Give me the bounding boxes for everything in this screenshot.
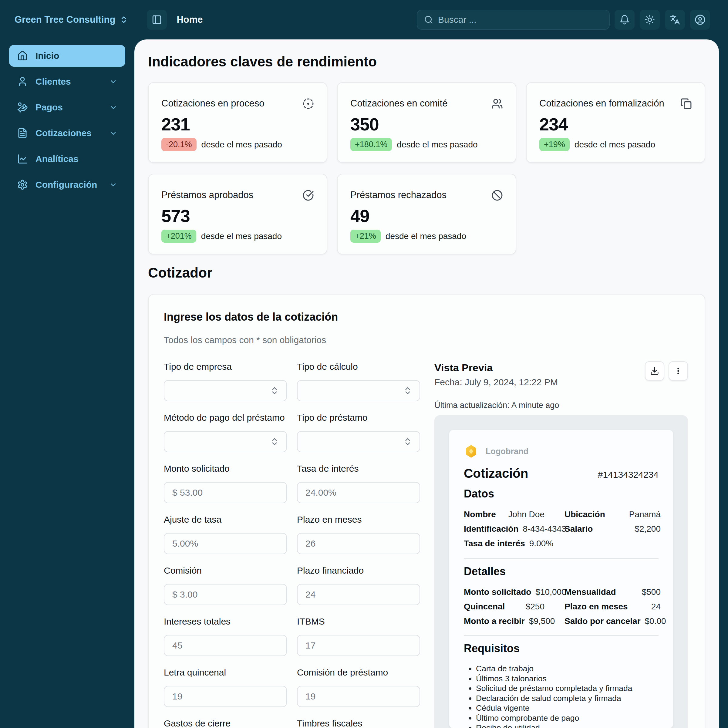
document-preview-frame: Logobrand Cotización #14134324234 Datos … (434, 415, 688, 728)
requisito-item: Declaración de salud completa y firmada (476, 693, 659, 704)
detalles-grid: Monto solicitado $10,000 Mensualidad $50… (464, 585, 659, 629)
comision-de-prestamo-input[interactable] (306, 691, 412, 702)
more-options-button[interactable] (668, 361, 688, 381)
field-letra-quincenal: Letra quincenal (164, 667, 287, 707)
kpi-value: 49 (350, 206, 503, 225)
data-row: Mensualidad $500 (564, 585, 661, 600)
field-gastos-de-cierre: Gastos de cierre (164, 718, 287, 728)
field-metodo-de-pago: Método de pago del préstamo (164, 412, 287, 452)
monto-solicitado-input[interactable] (172, 488, 279, 498)
field-label: Tasa de interés (297, 463, 420, 474)
sidebar-item-clientes[interactable]: Clientes (9, 71, 125, 93)
sidebar-item-pagos[interactable]: Pagos (9, 96, 125, 118)
theme-toggle-button[interactable] (640, 10, 660, 30)
itbms-input[interactable] (306, 640, 412, 651)
gear-icon (17, 179, 28, 190)
kpi-caption: desde el mes pasado (202, 140, 282, 150)
field-label: ITBMS (297, 616, 420, 627)
sidebar-item-cotizaciones[interactable]: Cotizaciones (9, 122, 125, 144)
plazo-en-meses-input[interactable] (306, 538, 412, 549)
sidebar-item-inicio[interactable]: Inicio (9, 45, 125, 67)
field-label: Plazo en meses (297, 514, 420, 525)
preview-last-updated: Última actualización: A minute ago (434, 400, 688, 410)
kpi-section-title: Indicadores claves de rendimiento (148, 53, 705, 70)
kpi-grid: Cotizaciones en proceso 231 -20.1% desde… (148, 82, 705, 254)
sidebar-item-analiticas[interactable]: Analíticas (9, 148, 125, 170)
field-plazo-financiado: Plazo financiado (297, 565, 420, 605)
global-search[interactable] (417, 10, 610, 30)
document-logo: Logobrand (464, 444, 659, 459)
bell-icon (619, 15, 630, 25)
plazo-financiado-input[interactable] (306, 589, 412, 600)
data-row: Salario $2,200 (564, 522, 661, 536)
field-monto-solicitado: Monto solicitado (164, 463, 287, 503)
field-label: Intereses totales (164, 616, 287, 627)
requisito-item: Carta de trabajo (476, 664, 659, 674)
download-button[interactable] (645, 361, 664, 381)
chevron-down-icon (109, 181, 118, 189)
tipo-de-empresa-select[interactable] (164, 380, 287, 401)
sidebar-item-label: Configuración (35, 180, 97, 190)
logobrand-hexagon-icon (464, 444, 478, 459)
field-ajuste-de-tasa: Ajuste de tasa (164, 514, 287, 554)
chevrons-up-down-icon (270, 437, 279, 446)
sidebar-item-configuracion[interactable]: Configuración (9, 174, 125, 196)
field-label: Tipo de cálculo (297, 361, 420, 372)
field-label: Tipo de empresa (164, 361, 287, 372)
requisito-item: Solicitud de préstamo completada y firma… (476, 684, 659, 693)
tasa-de-interes-input[interactable] (306, 488, 412, 498)
ajuste-de-tasa-input[interactable] (172, 538, 279, 549)
trend-badge: +21% (350, 229, 381, 243)
intereses-totales-input[interactable] (172, 640, 279, 651)
metodo-de-pago-select[interactable] (164, 431, 287, 452)
field-label: Comisión (164, 565, 287, 576)
comision-input[interactable] (172, 589, 279, 600)
search-input[interactable] (438, 15, 603, 25)
document-number: #14134324234 (598, 470, 659, 480)
kpi-card-prestamos-rechazados: Préstamos rechazados 49 +21% desde el me… (337, 174, 516, 254)
chevron-down-icon (109, 104, 118, 112)
ban-icon (491, 190, 503, 201)
data-row: Tasa de interés 9.00% (464, 536, 544, 551)
tipo-de-prestamo-select[interactable] (297, 431, 420, 452)
workspace-switcher[interactable]: Green Tree Consulting (15, 14, 128, 25)
panel-left-icon (151, 15, 162, 25)
tipo-de-calculo-select[interactable] (297, 380, 420, 401)
field-comision-de-prestamo: Comisión de préstamo (297, 667, 420, 707)
kpi-card-prestamos-aprobados: Préstamos aprobados 573 +201% desde el m… (148, 174, 327, 254)
languages-icon (670, 15, 680, 25)
field-plazo-en-meses: Plazo en meses (297, 514, 420, 554)
kpi-card-cotizaciones-en-formalizacion: Cotizaciones en formalización 234 +19% d… (526, 82, 705, 163)
datos-grid: Nombre John Doe Ubicación Panamá Identif… (464, 507, 659, 551)
chevrons-up-down-icon (119, 15, 128, 24)
requisito-item: Recibo de utilidad (476, 723, 659, 728)
trend-badge: +180.1% (350, 138, 392, 151)
data-row-empty (564, 536, 661, 551)
notifications-button[interactable] (615, 10, 635, 30)
language-button[interactable] (665, 10, 685, 30)
kpi-caption: desde el mes pasado (385, 231, 466, 241)
data-row: Monto solicitado $10,000 (464, 585, 544, 600)
circle-dot-dashed-icon (303, 98, 314, 110)
chevrons-up-down-icon (270, 386, 279, 395)
kpi-card-cotizaciones-en-proceso: Cotizaciones en proceso 231 -20.1% desde… (148, 82, 327, 163)
sidebar-item-label: Cotizaciones (35, 128, 92, 138)
user-icon (17, 76, 28, 87)
account-button[interactable] (690, 10, 710, 30)
requisito-item: Cédula vigente (476, 703, 659, 713)
sidebar-item-label: Clientes (35, 76, 71, 87)
document-heading: Cotización (464, 466, 528, 481)
requisitos-section-title: Requisitos (464, 642, 659, 655)
sidebar-toggle-button[interactable] (147, 10, 167, 30)
letra-quincenal-input[interactable] (172, 691, 279, 702)
sidebar-item-label: Pagos (35, 102, 63, 113)
download-icon (650, 366, 659, 376)
preview-date: Fecha: July 9, 2024, 12:22 PM (434, 376, 558, 388)
cotizacion-document: Logobrand Cotización #14134324234 Datos … (449, 430, 673, 728)
field-label: Timbres fiscales (297, 718, 420, 728)
main-content: Indicadores claves de rendimiento Cotiza… (135, 40, 719, 728)
datos-section-title: Datos (464, 487, 659, 500)
kpi-title: Cotizaciones en formalización (539, 98, 664, 109)
topbar-actions (615, 10, 710, 30)
logo-text: Logobrand (486, 447, 528, 456)
